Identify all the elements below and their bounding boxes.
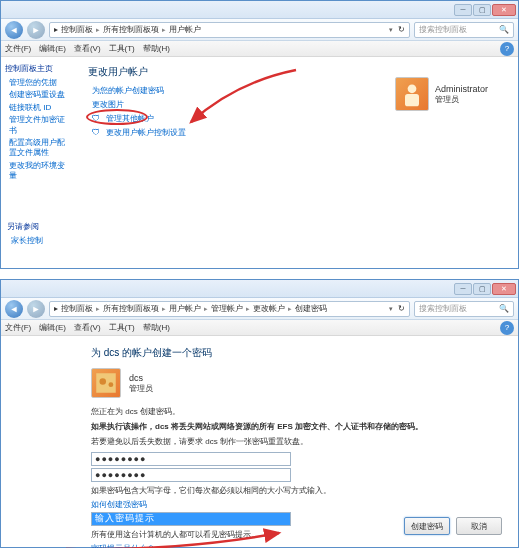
sidebar-seealso-item[interactable]: 家长控制 <box>11 236 43 246</box>
menu-help[interactable]: 帮助(H) <box>143 43 170 54</box>
svg-rect-2 <box>96 373 116 393</box>
page-title: 为 dcs 的帐户创建一个密码 <box>91 346 502 360</box>
maximize-button[interactable]: ▢ <box>473 4 491 16</box>
menu-file[interactable]: 文件(F) <box>5 43 31 54</box>
chevron-right-icon: ▸ <box>96 26 100 34</box>
create-password-button[interactable]: 创建密码 <box>404 517 450 535</box>
desc-text: 您正在为 dcs 创建密码。 <box>91 406 502 417</box>
shield-icon <box>92 114 102 124</box>
close-button[interactable]: ✕ <box>492 4 516 16</box>
search-placeholder: 搜索控制面板 <box>419 24 467 35</box>
maximize-button[interactable]: ▢ <box>473 283 491 295</box>
close-button[interactable]: ✕ <box>492 283 516 295</box>
menu-view[interactable]: 查看(V) <box>74 43 101 54</box>
menu-tools[interactable]: 工具(T) <box>109 43 135 54</box>
avatar <box>91 368 121 398</box>
breadcrumb-icon: ▸ <box>54 25 58 34</box>
menu-view[interactable]: 查看(V) <box>74 322 101 333</box>
sidebar-seealso-heading: 另请参阅 <box>7 221 43 232</box>
address-row: ◄ ► ▸ 控制面板▸ 所有控制面板项▸ 用户帐户▸ 管理帐户▸ 更改帐户▸ 创… <box>1 298 518 320</box>
breadcrumb[interactable]: 控制面板 <box>61 24 93 35</box>
sidebar-item[interactable]: 创建密码重设盘 <box>9 90 72 100</box>
link-what-is-hint[interactable]: 密码提示是什么？ <box>91 543 502 548</box>
cancel-button[interactable]: 取消 <box>456 517 502 535</box>
menu-bar: 文件(F) 编辑(E) 查看(V) 工具(T) 帮助(H) ? <box>1 320 518 336</box>
back-button[interactable]: ◄ <box>5 21 23 39</box>
user-role: 管理员 <box>129 383 153 394</box>
minimize-button[interactable]: ─ <box>454 283 472 295</box>
breadcrumb[interactable]: 所有控制面板项 <box>103 303 159 314</box>
link-change-uac[interactable]: 更改用户帐户控制设置 <box>92 127 506 138</box>
address-bar[interactable]: ▸ 控制面板 ▸ 所有控制面板项 ▸ 用户帐户 ▾ ↻ <box>49 22 410 38</box>
sidebar-item[interactable]: 管理您的凭据 <box>9 78 72 88</box>
shield-icon <box>92 128 102 138</box>
breadcrumb[interactable]: 控制面板 <box>61 303 93 314</box>
search-icon: 🔍 <box>499 25 509 34</box>
search-input[interactable]: 搜索控制面板 🔍 <box>414 22 514 38</box>
window-titlebar: ─ ▢ ✕ <box>1 1 518 19</box>
minimize-button[interactable]: ─ <box>454 4 472 16</box>
search-icon: 🔍 <box>499 304 509 313</box>
link-strong-password[interactable]: 如何创建强密码 <box>91 499 502 510</box>
account-tile[interactable]: Administrator 管理员 <box>395 77 488 111</box>
menu-bar: 文件(F) 编辑(E) 查看(V) 工具(T) 帮助(H) ? <box>1 41 518 57</box>
sidebar-item[interactable]: 配置高级用户配置文件属性 <box>9 138 72 159</box>
desc-text: 若要避免以后丢失数据，请要求 dcs 制作一张密码重置软盘。 <box>91 436 502 447</box>
window-titlebar: ─ ▢ ✕ <box>1 280 518 298</box>
forward-button[interactable]: ► <box>27 21 45 39</box>
link-manage-accounts[interactable]: 管理其他帐户 <box>92 113 506 124</box>
password-confirm-input[interactable]: ●●●●●●●● <box>91 468 291 482</box>
back-button[interactable]: ◄ <box>5 300 23 318</box>
svg-rect-1 <box>405 94 419 106</box>
desc-warning: 如果执行该操作，dcs 将丢失网站或网络资源的所有 EFS 加密文件、个人证书和… <box>91 421 502 432</box>
breadcrumb[interactable]: 所有控制面板项 <box>103 24 159 35</box>
sidebar-item[interactable]: 链接联机 ID <box>9 103 72 113</box>
help-icon[interactable]: ? <box>500 321 514 335</box>
svg-point-0 <box>408 84 417 93</box>
svg-point-3 <box>100 378 107 385</box>
user-name: dcs <box>129 373 153 383</box>
breadcrumb[interactable]: 创建密码 <box>295 303 327 314</box>
address-bar[interactable]: ▸ 控制面板▸ 所有控制面板项▸ 用户帐户▸ 管理帐户▸ 更改帐户▸ 创建密码 … <box>49 301 410 317</box>
sidebar-item[interactable]: 管理文件加密证书 <box>9 115 72 136</box>
menu-edit[interactable]: 编辑(E) <box>39 322 66 333</box>
search-placeholder: 搜索控制面板 <box>419 303 467 314</box>
user-tile: dcs 管理员 <box>91 368 502 398</box>
avatar <box>395 77 429 111</box>
refresh-icon[interactable]: ↻ <box>398 304 405 313</box>
forward-button[interactable]: ► <box>27 300 45 318</box>
password-input[interactable]: ●●●●●●●● <box>91 452 291 466</box>
breadcrumb-icon: ▸ <box>54 304 58 313</box>
breadcrumb[interactable]: 管理帐户 <box>211 303 243 314</box>
menu-tools[interactable]: 工具(T) <box>109 322 135 333</box>
sidebar: 控制面板主页 管理您的凭据 创建密码重设盘 链接联机 ID 管理文件加密证书 配… <box>1 57 76 268</box>
sidebar-item[interactable]: 更改我的环境变量 <box>9 161 72 182</box>
breadcrumb[interactable]: 用户帐户 <box>169 24 201 35</box>
account-name: Administrator <box>435 84 488 94</box>
account-role: 管理员 <box>435 94 488 105</box>
refresh-icon[interactable]: ↻ <box>398 25 405 34</box>
menu-file[interactable]: 文件(F) <box>5 322 31 333</box>
password-hint-input[interactable]: 输入密码提示 <box>91 512 291 526</box>
help-icon[interactable]: ? <box>500 42 514 56</box>
address-row: ◄ ► ▸ 控制面板 ▸ 所有控制面板项 ▸ 用户帐户 ▾ ↻ 搜索控制面板 🔍 <box>1 19 518 41</box>
breadcrumb[interactable]: 更改帐户 <box>253 303 285 314</box>
menu-edit[interactable]: 编辑(E) <box>39 43 66 54</box>
breadcrumb[interactable]: 用户帐户 <box>169 303 201 314</box>
addr-dropdown-icon[interactable]: ▾ <box>387 305 395 313</box>
svg-point-4 <box>108 382 113 387</box>
hint-text: 如果密码包含大写字母，它们每次都必须以相同的大小写方式输入。 <box>91 485 502 496</box>
sidebar-heading[interactable]: 控制面板主页 <box>5 63 72 74</box>
addr-dropdown-icon[interactable]: ▾ <box>387 26 395 34</box>
menu-help[interactable]: 帮助(H) <box>143 322 170 333</box>
chevron-right-icon: ▸ <box>162 26 166 34</box>
search-input[interactable]: 搜索控制面板 🔍 <box>414 301 514 317</box>
